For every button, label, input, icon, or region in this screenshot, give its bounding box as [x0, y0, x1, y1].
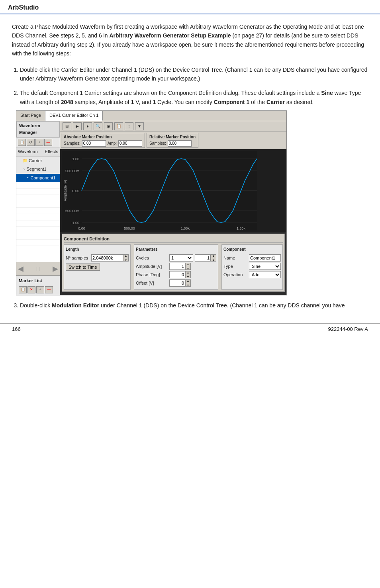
n-samples-spinbtn[interactable]: ▲ ▼ — [123, 254, 129, 262]
page-number: 166 — [12, 326, 21, 332]
graph-area: 1.00 500.00m 0.00 -500.00m -1.00 Amplitu… — [60, 149, 286, 232]
rt-btn-more[interactable]: ▼ — [135, 122, 144, 130]
params-section: Parameters Cycles 1 — [134, 244, 218, 290]
header-title: ArbStudio — [8, 4, 39, 11]
rt-btn-circle[interactable]: ◉ — [104, 122, 113, 130]
comp-def-title: Component Definition — [64, 236, 283, 243]
rt-btn-wave[interactable]: ♦ — [83, 122, 92, 130]
rt-btn-zoom[interactable]: 🔍 — [94, 122, 102, 130]
operation-row: Operation Add — [223, 271, 281, 278]
segment-icon: ~ — [23, 166, 25, 173]
rt-btn-copy[interactable]: 📋 — [114, 122, 123, 130]
abs-marker-section: Absolute Marker Position Samples: Amp: — [61, 133, 145, 148]
comp-def-panel: Component Definition Length N° samples — [62, 234, 285, 292]
rt-btn-play[interactable]: ▶ — [73, 122, 82, 130]
right-toolbar: ⊞ ▶ ♦ 🔍 ◉ 📋 ↕ ▼ — [60, 121, 286, 132]
left-panel: Waveform Manager 📋 ↺ + — Waveform Effect… — [16, 121, 60, 295]
step-3: Double-click Modulation Editor under Cha… — [20, 301, 368, 310]
page-revision: 922244-00 Rev A — [328, 326, 368, 332]
phase-input[interactable] — [169, 271, 185, 278]
marker-btn-x[interactable]: ✕ — [27, 286, 35, 293]
component-name-input[interactable] — [249, 254, 281, 262]
abs-samples-input[interactable] — [82, 140, 106, 147]
marker-info-bar: Absolute Marker Position Samples: Amp: R… — [60, 132, 286, 149]
screenshot-container: Start Page DEV1 Carrier Editor Ch 1 Wave… — [16, 110, 287, 295]
svg-text:0.00: 0.00 — [78, 226, 85, 230]
name-row: Name — [223, 254, 281, 262]
offset-row: Offset [V] ▲ ▼ — [136, 279, 216, 287]
type-row: Type Sine — [223, 263, 281, 270]
svg-text:-1.00: -1.00 — [71, 221, 79, 225]
tree-item-carrier[interactable]: 📁 Carrier — [16, 157, 60, 165]
svg-text:1.00: 1.00 — [72, 157, 79, 161]
svg-text:Amplitude [V]: Amplitude [V] — [63, 180, 67, 201]
cycles-input[interactable] — [195, 254, 211, 262]
cycles-select[interactable]: 1 — [169, 254, 193, 262]
panel-btn-2[interactable]: ↺ — [27, 139, 35, 146]
abs-amp-input[interactable] — [118, 140, 142, 147]
panel-btn-1[interactable]: 📋 — [18, 139, 26, 146]
switch-to-time-button[interactable]: Switch to Time — [66, 264, 100, 271]
amplitude-spinbtn[interactable]: ▲ ▼ — [185, 263, 191, 270]
main-content: Create a Phase Modulated Waveform by fir… — [0, 14, 380, 323]
rel-marker-section: Relative Marker Position Samples: — [147, 133, 198, 148]
panel-toolbar: 📋 ↺ + — — [16, 138, 60, 147]
waveform-graph: 1.00 500.00m 0.00 -500.00m -1.00 Amplitu… — [62, 151, 257, 230]
panel-btn-remove[interactable]: — — [44, 139, 52, 146]
offset-spinbtn[interactable]: ▲ ▼ — [185, 279, 191, 287]
rel-samples-input[interactable] — [168, 140, 192, 147]
svg-text:500.00m: 500.00m — [65, 169, 79, 173]
amplitude-row: Amplitude [V] ▲ ▼ — [136, 263, 216, 270]
panel-btn-add[interactable]: + — [35, 139, 43, 146]
comp-def-inner: Length N° samples ▲ ▼ — [64, 244, 283, 290]
col-waveform: Waveform — [18, 148, 38, 155]
tree-item-component1[interactable]: ~ Component1 — [16, 174, 60, 183]
marker-list-section: Marker List 📋 ✕ + — — [16, 275, 60, 295]
tabs-bar: Start Page DEV1 Carrier Editor Ch 1 — [16, 111, 286, 121]
offset-input[interactable] — [169, 279, 185, 287]
carrier-icon: 📁 — [23, 157, 27, 164]
step-2: The default Component 1 Carrier settings… — [20, 88, 368, 295]
phase-spinbtn[interactable]: ▲ ▼ — [185, 271, 191, 278]
rt-btn-arrows[interactable]: ↕ — [125, 122, 133, 130]
phase-row: Phase [Deg] ▲ ▼ — [136, 271, 216, 278]
svg-text:1.50k: 1.50k — [237, 226, 246, 230]
svg-text:-500.00m: -500.00m — [64, 209, 79, 213]
svg-text:0.00: 0.00 — [72, 189, 79, 193]
marker-btn-add[interactable]: + — [36, 286, 44, 293]
right-panel: ⊞ ▶ ♦ 🔍 ◉ 📋 ↕ ▼ Absolute Mark — [60, 121, 286, 295]
ui-main: Waveform Manager 📋 ↺ + — Waveform Effect… — [16, 121, 286, 295]
n-samples-row: N° samples ▲ ▼ — [66, 254, 129, 262]
tab-dev1[interactable]: DEV1 Carrier Editor Ch 1 — [45, 111, 103, 121]
cycles-row: Cycles 1 ▲ ▼ — [136, 254, 216, 262]
page-footer: 166 922244-00 Rev A — [0, 323, 380, 334]
length-section: Length N° samples ▲ ▼ — [64, 244, 131, 290]
marker-toolbar: 📋 ✕ + — — [18, 285, 58, 294]
marker-list-title: Marker List — [18, 277, 58, 285]
component-section: Component Name Type Sine — [221, 244, 283, 290]
step-1: Double-click the Carrier Editor under Ch… — [20, 65, 368, 83]
page-header: ArbStudio — [0, 0, 380, 14]
waveform-manager-title: Waveform Manager — [16, 121, 60, 138]
amplitude-input[interactable] — [169, 263, 185, 270]
operation-select[interactable]: Add — [249, 271, 281, 278]
n-samples-input[interactable] — [91, 254, 123, 262]
svg-text:500.00: 500.00 — [124, 226, 135, 230]
svg-text:1.00k: 1.00k — [181, 226, 190, 230]
component-icon: ~ — [27, 175, 29, 182]
type-select[interactable]: Sine — [249, 263, 281, 270]
steps-list: Double-click the Carrier Editor under Ch… — [20, 65, 368, 310]
abs-samples-field: Samples: Amp: — [64, 140, 142, 147]
n-samples-spin: ▲ ▼ — [91, 254, 129, 262]
marker-btn-remove[interactable]: — — [45, 286, 53, 293]
rt-btn-grid[interactable]: ⊞ — [63, 122, 71, 130]
panel-scroll-area — [16, 182, 60, 262]
tree-header: Waveform Effects — [16, 147, 60, 157]
tree-item-segment1[interactable]: ~ Segment1 — [16, 165, 60, 174]
intro-bold1: Arbitrary Waveform Generator Setup Examp… — [109, 32, 231, 39]
cycles-spinbtn[interactable]: ▲ ▼ — [211, 254, 216, 262]
rel-samples-field: Samples: — [149, 140, 196, 147]
col-effects: Effects — [45, 148, 58, 155]
marker-btn-1[interactable]: 📋 — [19, 286, 27, 293]
tab-start-page[interactable]: Start Page — [16, 111, 45, 121]
